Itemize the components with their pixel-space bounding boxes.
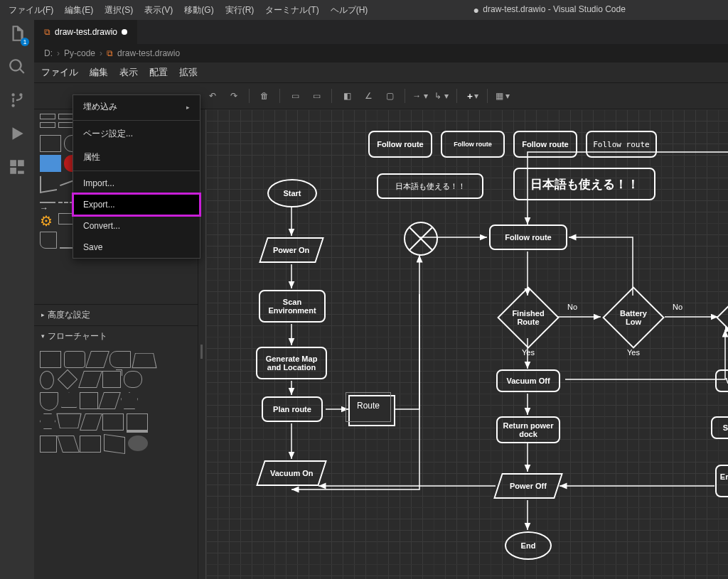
breadcrumb[interactable]: D:› Py-code› ⧉draw-test.drawio: [34, 44, 728, 63]
node-genmap[interactable]: Generate Map and Location: [256, 347, 327, 379]
drawio-menu-arrange[interactable]: 配置: [149, 66, 168, 79]
drawio-menu-extra[interactable]: 拡張: [179, 66, 198, 79]
node-error[interactable]: Error indicator On: [715, 465, 728, 497]
fill-button[interactable]: ◧: [339, 88, 355, 104]
drawio-toolbar: ↶ ↷ 🗑 ▭ ▭ ◧ ∠ ▢ → ▾ ↳ ▾ ＋ ▾ ▦ ▾: [198, 88, 518, 104]
node-vacuum-off-2[interactable]: Vacuum Off: [715, 369, 728, 392]
activity-scm[interactable]: [8, 91, 26, 112]
extensions-icon: [8, 158, 26, 176]
line-button[interactable]: ∠: [360, 88, 376, 104]
node-vacuum-off-1[interactable]: Vacuum Off: [496, 369, 560, 392]
dd-convert[interactable]: Convert...: [73, 215, 200, 237]
to-back-button[interactable]: ▭: [309, 88, 324, 104]
drawio-menu-view[interactable]: 表示: [119, 66, 138, 79]
branch-icon: [8, 91, 26, 109]
node-vacuum-max[interactable]: Vacuum 最大: [716, 286, 728, 349]
waypoint-button[interactable]: ↳ ▾: [434, 88, 449, 104]
node-stop[interactable]: Stop moving: [711, 416, 728, 439]
drawio-menu-file[interactable]: ファイル: [41, 66, 78, 79]
node-vacuum-on[interactable]: Vacuum On: [256, 460, 327, 486]
activity-ext[interactable]: [8, 158, 26, 178]
dd-save[interactable]: Save: [73, 237, 200, 258]
to-front-button[interactable]: ▭: [287, 88, 303, 104]
activity-explorer[interactable]: [8, 24, 26, 45]
node-follow-route-main[interactable]: Follow route: [489, 224, 567, 250]
tab-label: draw-test.drawio: [55, 27, 117, 37]
node-jp1[interactable]: 日本語も使える！！: [377, 173, 483, 199]
undo-button[interactable]: ↶: [205, 88, 220, 104]
node-route[interactable]: Route: [348, 395, 395, 426]
menu-help[interactable]: ヘルプ(H): [325, 0, 374, 20]
file-dropdown: 埋め込み ページ設定... 属性 Import... Export... Con…: [73, 94, 200, 259]
label-yes-2: Yes: [627, 348, 640, 357]
drawio-menubar: ファイル 編集 表示 配置 拡張: [34, 63, 728, 83]
gear-icon: ⚙: [40, 213, 55, 229]
window-title: ● draw-test.drawio - Visual Studio Code: [373, 4, 725, 16]
node-follow-route-2[interactable]: Follow route: [441, 131, 505, 158]
node-jp2[interactable]: 日本語も使える！！: [513, 168, 655, 200]
drawio-canvas[interactable]: Follow route Follow route Follow route F…: [206, 109, 728, 579]
label-no-1: No: [567, 303, 577, 311]
editor-tabs: ⧉ draw-test.drawio: [34, 20, 728, 44]
shadow-button[interactable]: ▢: [382, 88, 397, 104]
dd-export[interactable]: Export...: [73, 194, 200, 215]
node-end[interactable]: End: [505, 531, 552, 560]
activity-run[interactable]: [8, 124, 26, 145]
category-flowchart[interactable]: フローチャート: [34, 325, 198, 347]
node-finished-route[interactable]: Finished Route: [497, 286, 560, 349]
node-follow-route-4[interactable]: Follow route: [586, 131, 657, 158]
node-battery-low[interactable]: Battery Low: [602, 286, 665, 349]
dd-embed[interactable]: 埋め込み: [73, 95, 200, 119]
dd-import[interactable]: Import...: [73, 173, 200, 194]
play-icon: [8, 124, 26, 143]
node-return[interactable]: Return power dock: [496, 416, 560, 443]
delete-button[interactable]: 🗑: [257, 88, 272, 104]
shape-palette-flowchart[interactable]: [34, 347, 198, 579]
redo-button[interactable]: ↷: [226, 88, 242, 104]
node-follow-route-3[interactable]: Follow route: [513, 131, 577, 158]
activity-bar: [0, 20, 34, 579]
modified-dot-icon: [122, 29, 127, 35]
category-advanced[interactable]: 高度な設定: [34, 304, 198, 325]
node-junction[interactable]: [404, 222, 438, 256]
drawio-menu-edit[interactable]: 編集: [90, 66, 108, 79]
drawio-file-icon: ⧉: [44, 27, 50, 37]
table-button[interactable]: ▦ ▾: [495, 88, 510, 104]
menu-run[interactable]: 実行(R): [220, 0, 260, 20]
menu-terminal[interactable]: ターミナル(T): [259, 0, 324, 20]
node-plan[interactable]: Plan route: [262, 396, 323, 422]
node-scan[interactable]: Scan Environment: [259, 290, 326, 323]
label-yes-1: Yes: [522, 348, 535, 357]
vscode-menubar: ファイル(F) 編集(E) 選択(S) 表示(V) 移動(G) 実行(R) ター…: [0, 0, 728, 20]
tab-drawio[interactable]: ⧉ draw-test.drawio: [34, 20, 138, 44]
connection-button[interactable]: → ▾: [412, 88, 428, 104]
add-button[interactable]: ＋ ▾: [464, 88, 480, 104]
label-no-2: No: [673, 303, 682, 311]
menu-move[interactable]: 移動(G): [178, 0, 219, 20]
search-icon: [8, 58, 26, 76]
menu-file[interactable]: ファイル(F): [3, 0, 59, 20]
menu-view[interactable]: 表示(V): [139, 0, 178, 20]
node-power-on[interactable]: Power On: [259, 237, 324, 263]
node-start[interactable]: Start: [267, 179, 317, 207]
menu-edit[interactable]: 編集(E): [59, 0, 99, 20]
files-icon: [8, 24, 26, 43]
activity-search[interactable]: [8, 58, 26, 78]
dd-page-setup[interactable]: ページ設定...: [73, 122, 200, 146]
dd-attributes[interactable]: 属性: [73, 146, 200, 169]
menu-select[interactable]: 選択(S): [99, 0, 139, 20]
node-follow-route-1[interactable]: Follow route: [368, 131, 432, 158]
node-power-off[interactable]: Power Off: [493, 473, 563, 499]
